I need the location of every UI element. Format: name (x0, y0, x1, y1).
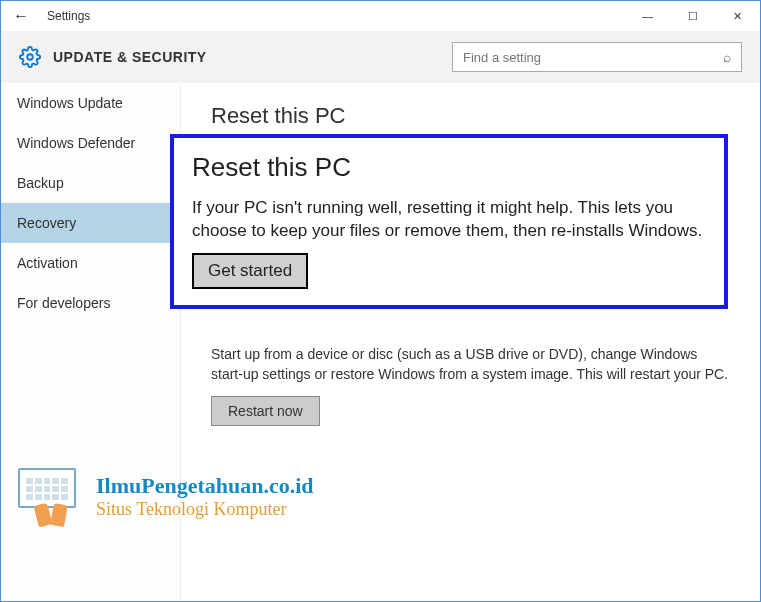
maximize-button[interactable]: ☐ (670, 1, 715, 31)
sidebar-item-recovery[interactable]: Recovery (1, 203, 180, 243)
watermark-line1: IlmuPengetahuan.co.id (96, 473, 314, 499)
sidebar-item-backup[interactable]: Backup (1, 163, 180, 203)
sidebar-item-activation[interactable]: Activation (1, 243, 180, 283)
sidebar-item-label: Backup (17, 175, 64, 191)
titlebar: ← Settings — ☐ ✕ (1, 1, 760, 31)
header-title: UPDATE & SECURITY (53, 49, 452, 65)
header: UPDATE & SECURITY ⌕ (1, 31, 760, 83)
sidebar-item-label: Windows Update (17, 95, 123, 111)
highlight-overlay: Reset this PC If your PC isn't running w… (170, 134, 728, 309)
search-icon: ⌕ (723, 49, 731, 65)
sidebar-item-windows-defender[interactable]: Windows Defender (1, 123, 180, 163)
gear-icon (19, 46, 41, 68)
sidebar-item-label: Recovery (17, 215, 76, 231)
advanced-startup-section: Start up from a device or disc (such as … (211, 345, 730, 426)
highlight-title: Reset this PC (192, 152, 706, 183)
minimize-button[interactable]: — (625, 1, 670, 31)
restart-now-button[interactable]: Restart now (211, 396, 320, 426)
close-button[interactable]: ✕ (715, 1, 760, 31)
window-controls: — ☐ ✕ (625, 1, 760, 31)
sidebar-item-for-developers[interactable]: For developers (1, 283, 180, 323)
watermark: IlmuPengetahuan.co.id Situs Teknologi Ko… (18, 468, 314, 524)
highlight-text: If your PC isn't running well, resetting… (192, 197, 706, 243)
get-started-button[interactable]: Get started (192, 253, 308, 289)
advanced-startup-text: Start up from a device or disc (such as … (211, 345, 730, 384)
search-input[interactable] (463, 50, 723, 65)
sidebar-item-label: Activation (17, 255, 78, 271)
back-button[interactable]: ← (13, 7, 29, 25)
svg-point-0 (27, 54, 33, 60)
watermark-text: IlmuPengetahuan.co.id Situs Teknologi Ko… (96, 473, 314, 520)
watermark-line2: Situs Teknologi Komputer (96, 499, 314, 520)
sidebar-item-label: For developers (17, 295, 110, 311)
search-box[interactable]: ⌕ (452, 42, 742, 72)
window-title: Settings (47, 9, 625, 23)
sidebar-item-windows-update[interactable]: Windows Update (1, 83, 180, 123)
watermark-icon (18, 468, 82, 524)
reset-title: Reset this PC (211, 103, 730, 129)
sidebar-item-label: Windows Defender (17, 135, 135, 151)
